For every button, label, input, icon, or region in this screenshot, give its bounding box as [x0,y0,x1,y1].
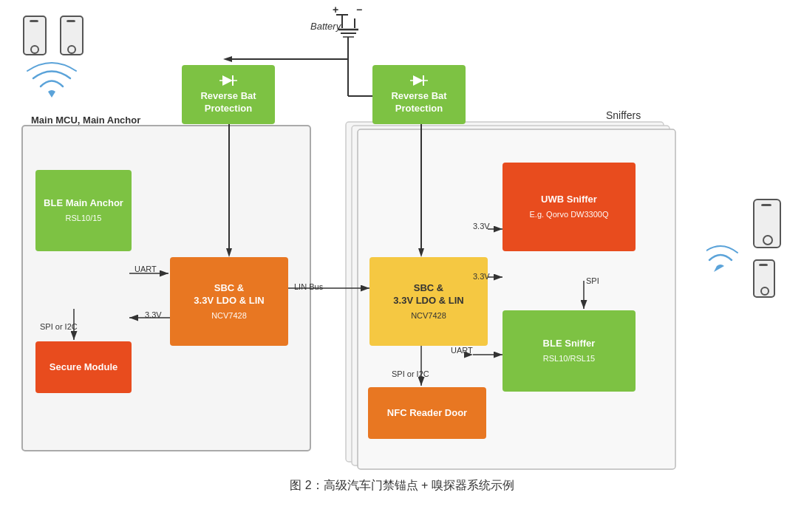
reverse-bat-sniffer-title: Reverse Bat Protection [377,90,461,115]
v33-2-label: 3.3V [473,222,490,231]
v33-1-label: 3.3V [145,310,162,319]
svg-marker-16 [226,248,232,257]
svg-marker-8 [223,56,232,62]
caption: 图 2：高级汽车门禁锚点 + 嗅探器系统示例 [290,478,514,494]
svg-text:−: − [356,4,362,16]
uwb-sniffer-title: UWB Sniffer [541,194,597,206]
svg-marker-39 [222,75,233,86]
svg-rect-51 [759,264,768,266]
right-wifi [706,236,751,280]
main-mcu-label: Main MCU, Main Anchor [31,115,140,126]
svg-rect-48 [761,204,771,206]
left-wifi [26,61,78,104]
ble-main-anchor-title: BLE Main Anchor [44,197,123,210]
reverse-bat-main-block: Reverse Bat Protection [182,65,275,124]
svg-marker-43 [413,75,423,86]
ble-main-anchor-block: BLE Main Anchor RSL10/15 [35,170,132,251]
nfc-reader-title: NFC Reader Door [387,407,467,420]
reverse-bat-main-title: Reverse Bat Protection [186,90,270,115]
v33-3-label: 3.3V [473,272,490,281]
spi-label: SPI [586,276,599,285]
reverse-bat-sniffer-block: Reverse Bat Protection [372,65,466,124]
sniffers-label: Sniffers [606,109,641,121]
ble-sniffer-block: BLE Sniffer RSL10/RSL15 [502,310,636,392]
diagram: + − Battery Main MCU, Main Anchor Sniffe… [0,0,804,502]
spi-i2c2-label: SPI or I2C [392,369,429,378]
secure-module-title: Secure Module [50,361,117,374]
ble-sniffer-subtitle: RSL10/RSL15 [543,353,595,364]
sbc-sniffer-subtitle: NCV7428 [411,310,446,321]
right-phones [752,198,783,304]
battery-label: Battery [310,21,341,32]
uart1-label: UART [134,265,157,273]
uart2-label: UART [451,346,473,355]
ble-main-anchor-subtitle: RSL10/15 [66,213,102,223]
secure-module-block: Secure Module [35,341,132,393]
sbc-main-subtitle: NCV7428 [211,310,247,321]
nfc-reader-block: NFC Reader Door [368,387,486,439]
sbc-main-title: SBC &3.3V LDO & LIN [194,282,264,307]
lin-bus-label: LIN Bus [294,282,323,291]
svg-text:+: + [333,4,338,16]
svg-rect-47 [754,200,780,248]
svg-marker-18 [418,248,424,257]
sbc-main-block: SBC &3.3V LDO & LIN NCV7428 [170,257,288,346]
spi-i2c1-label: SPI or I2C [40,322,78,331]
uwb-sniffer-subtitle: E.g. Qorvo DW3300Q [530,209,609,219]
ble-sniffer-title: BLE Sniffer [543,338,596,350]
svg-rect-37 [67,20,75,22]
sbc-sniffer-block: SBC &3.3V LDO & LIN NCV7428 [369,257,488,346]
left-phones [22,15,87,62]
svg-rect-34 [30,20,38,22]
uwb-sniffer-block: UWB Sniffer E.g. Qorvo DW3300Q [502,163,636,251]
sbc-sniffer-title: SBC &3.3V LDO & LIN [393,282,463,307]
